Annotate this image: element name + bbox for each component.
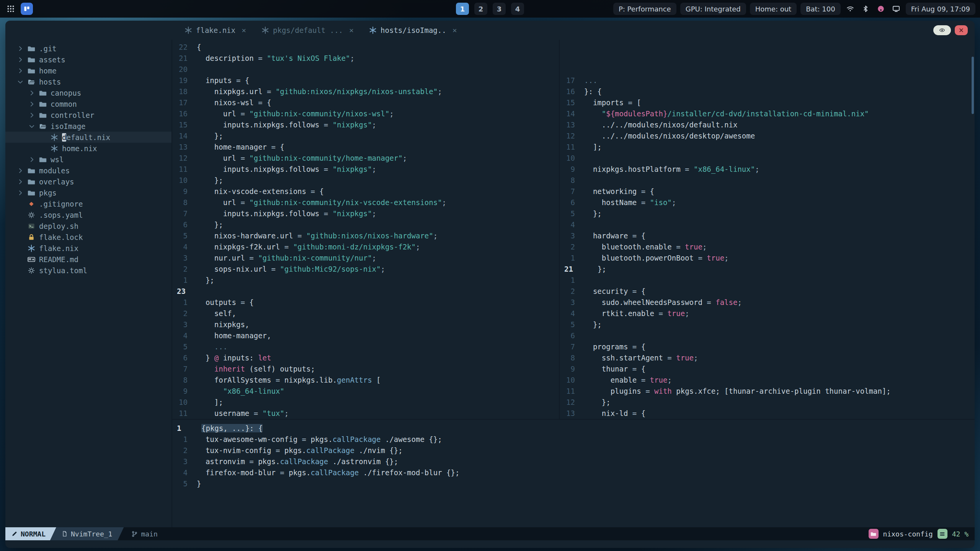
tree-item-wsl[interactable]: wsl bbox=[5, 154, 172, 165]
workspace-4[interactable]: 4 bbox=[511, 3, 524, 15]
line-number: 8 bbox=[560, 352, 584, 364]
code-text: nixpkgs-f2k.url = "github:moni-dz/nixpkg… bbox=[197, 243, 420, 251]
tree-item-stylua-toml[interactable]: stylua.toml bbox=[5, 265, 172, 276]
code-line: 9 nixpkgs.hostPlatform = "x86_64-linux"; bbox=[560, 164, 975, 175]
code-text: tux-awesome-wm-config = pkgs.callPackage… bbox=[197, 435, 442, 443]
code-line: 14 "${modulesPath}/installer/cd-dvd/inst… bbox=[560, 108, 975, 119]
tree-item-flake-lock[interactable]: flake.lock bbox=[5, 231, 172, 243]
buffer-segment: NvimTree_1 bbox=[50, 527, 124, 540]
code-line: 19 inputs = { bbox=[172, 75, 559, 86]
buffer-label: NvimTree_1 bbox=[71, 530, 112, 538]
line-number: 3 bbox=[172, 456, 197, 467]
code-line: 1 bluetooth.powerOnBoot = true; bbox=[560, 253, 975, 264]
workspace-2[interactable]: 2 bbox=[474, 3, 487, 15]
project-label: nixos-config bbox=[883, 530, 933, 538]
chevron-right-icon bbox=[17, 167, 24, 174]
code-line: 8 ssh.startAgent = true; bbox=[560, 352, 975, 364]
editor-iso-default-nix[interactable]: 17...16}: {15 imports = [14 "${modulesPa… bbox=[560, 40, 975, 419]
code-text: inputs = { bbox=[197, 76, 249, 85]
window-controls bbox=[933, 25, 968, 35]
statusline: NORMAL NvimTree_1 main nixos-config 42 % bbox=[5, 527, 975, 540]
code-text: url = "github:nix-community/nixos-wsl"; bbox=[197, 109, 394, 118]
tray-wifi-button[interactable] bbox=[844, 3, 856, 15]
tree-item-flake-nix[interactable]: flake.nix bbox=[5, 243, 172, 254]
code-text: inputs.nixpkgs.follows = "nixpkgs"; bbox=[197, 121, 376, 129]
code-line: 6 bbox=[560, 330, 975, 341]
tree-item-hosts[interactable]: hosts bbox=[5, 76, 172, 87]
tree-item-home[interactable]: home bbox=[5, 65, 172, 76]
code-line: 5 }; bbox=[560, 208, 975, 219]
tree-item-label: pkgs bbox=[39, 189, 57, 197]
tab-close-button[interactable]: × bbox=[452, 26, 457, 35]
workspace-3[interactable]: 3 bbox=[493, 3, 506, 15]
line-number: 10 bbox=[560, 153, 584, 164]
tray-palette-button[interactable] bbox=[875, 3, 887, 15]
tray-bluetooth-button[interactable] bbox=[860, 3, 871, 15]
git-diamond-icon bbox=[28, 200, 35, 208]
tree-item-label: default.nix bbox=[62, 133, 110, 142]
tree-item-controller[interactable]: controller bbox=[5, 109, 172, 121]
close-button[interactable] bbox=[955, 25, 968, 35]
chevron-right-icon bbox=[28, 101, 35, 108]
tree-item-assets[interactable]: assets bbox=[5, 54, 172, 65]
eye-button[interactable] bbox=[933, 25, 951, 35]
code-line: 9 thunar = { bbox=[560, 364, 975, 375]
code-text: ../../modules/nixos/desktop/awesome bbox=[584, 132, 755, 140]
line-number: 9 bbox=[560, 364, 584, 375]
tree-item-overlays[interactable]: overlays bbox=[5, 176, 172, 187]
tree-item-canopus[interactable]: canopus bbox=[5, 87, 172, 98]
code-line: 17... bbox=[560, 75, 975, 86]
code-text: self, bbox=[197, 309, 236, 318]
tree-item-default-nix[interactable]: default.nix bbox=[5, 132, 172, 143]
code-text: "x86_64-linux" bbox=[197, 387, 284, 395]
line-number: 10 bbox=[172, 175, 197, 186]
code-line: 7 networking = { bbox=[560, 186, 975, 197]
scrollbar-thumb[interactable] bbox=[972, 57, 974, 114]
tab-flake-nix[interactable]: flake.nix× bbox=[177, 21, 254, 40]
launcher-wm-logo-button[interactable] bbox=[21, 3, 33, 15]
tree-item-pkgs[interactable]: pkgs bbox=[5, 187, 172, 198]
code-line: 10 bbox=[560, 153, 975, 164]
tree-item-common[interactable]: common bbox=[5, 98, 172, 109]
code-line: 4 home-manager, bbox=[172, 330, 559, 341]
chevron-right-icon bbox=[17, 56, 24, 63]
tree-item-modules[interactable]: modules bbox=[5, 165, 172, 176]
folder-icon bbox=[39, 156, 47, 163]
editor-main: .gitassetshomehostscanopuscommoncontroll… bbox=[5, 40, 975, 527]
tree-item-git[interactable]: .git bbox=[5, 43, 172, 54]
line-number: 20 bbox=[172, 64, 197, 75]
code-line: 8 forAllSystems = nixpkgs.lib.genAttrs [ bbox=[172, 375, 559, 386]
tab-hosts-isoimag[interactable]: hosts/isoImag..× bbox=[361, 21, 465, 40]
tree-item-isoimage[interactable]: isoImage bbox=[5, 121, 172, 132]
code-line: 12 ../../modules/nixos/desktop/awesome bbox=[560, 130, 975, 142]
tray-display-button[interactable] bbox=[890, 3, 902, 15]
tree-item-gitignore[interactable]: .gitignore bbox=[5, 198, 172, 209]
tree-item-label: modules bbox=[39, 166, 70, 175]
tree-item-home-nix[interactable]: home.nix bbox=[5, 143, 172, 154]
code-text: inputs.nixpkgs.follows = "nixpkgs"; bbox=[197, 165, 376, 173]
launcher-box bbox=[5, 3, 33, 15]
chevron-right-icon bbox=[17, 189, 24, 196]
code-line: 18 nixpkgs.url = "github:nixos/nixpkgs/n… bbox=[172, 86, 559, 97]
chevron-down-icon bbox=[28, 123, 35, 130]
line-number: 9 bbox=[560, 164, 584, 175]
widget-box: P: PerformanceGPU: IntegratedHome: outBa… bbox=[613, 3, 902, 15]
status-widget-p: P: Performance bbox=[613, 3, 676, 15]
launcher-apps-grid-button[interactable] bbox=[5, 3, 17, 15]
editor-flake-nix[interactable]: 22{21 description = "tux's NixOS Flake";… bbox=[172, 40, 560, 419]
code-text: imports = [ bbox=[584, 98, 641, 107]
tree-item-readme-md[interactable]: README.md bbox=[5, 254, 172, 265]
workspace-1[interactable]: 1 bbox=[456, 3, 469, 15]
tree-item-sops-yaml[interactable]: .sops.yaml bbox=[5, 209, 172, 220]
file-tree[interactable]: .gitassetshomehostscanopuscommoncontroll… bbox=[5, 40, 172, 527]
line-number: 6 bbox=[172, 352, 197, 364]
code-line: 10 enable = true; bbox=[560, 375, 975, 386]
tab-pkgs-default[interactable]: pkgs/default ...× bbox=[254, 21, 361, 40]
tab-close-button[interactable]: × bbox=[349, 26, 354, 35]
code-text: networking = { bbox=[584, 187, 654, 196]
editor-pkgs-default-nix[interactable]: 1{pkgs, ...}: {1 tux-awesome-wm-config =… bbox=[172, 419, 975, 527]
tree-item-deploy-sh[interactable]: deploy.sh bbox=[5, 220, 172, 231]
tree-item-label: wsl bbox=[51, 155, 64, 164]
code-line: 9 "x86_64-linux" bbox=[172, 386, 559, 397]
tab-close-button[interactable]: × bbox=[242, 26, 246, 35]
